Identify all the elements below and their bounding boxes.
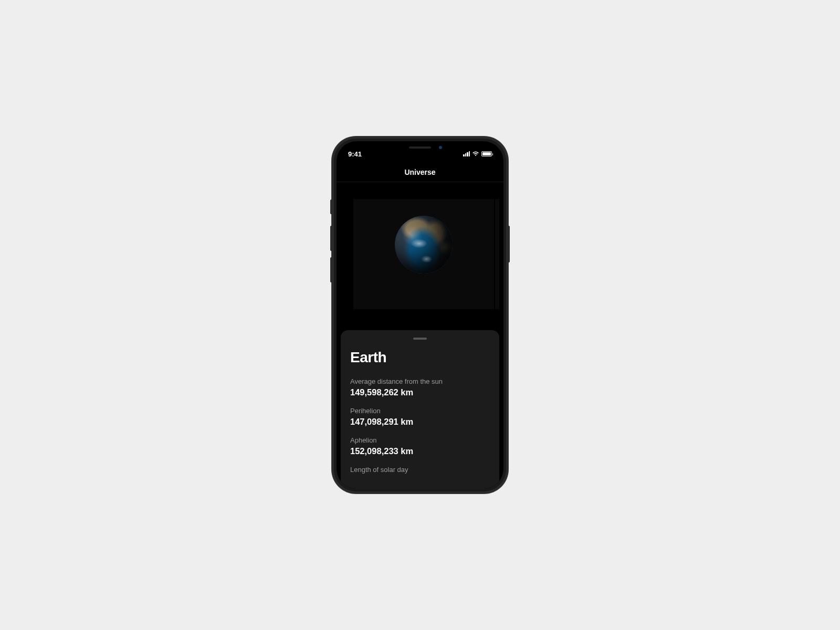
screen: 9:41 Universe E [337,141,503,489]
wifi-icon [472,151,479,156]
stat-row: Average distance from the sun 149,598,26… [350,377,490,397]
planet-name: Earth [350,349,490,366]
volume-up-button [330,226,332,251]
phone-inner-frame: 9:41 Universe E [334,139,506,491]
app-header: Universe [337,162,503,182]
stat-row: Perihelion 147,098,291 km [350,407,490,427]
front-camera [439,146,442,149]
cellular-signal-icon [463,151,470,156]
stat-label: Aphelion [350,436,490,444]
volume-down-button [330,257,332,282]
phone-frame: 9:41 Universe E [332,136,508,494]
stat-label: Length of solar day [350,466,490,474]
notch [378,141,462,154]
power-button [508,226,510,262]
stat-row: Aphelion 152,098,233 km [350,436,490,456]
earth-planet-icon [395,216,453,274]
status-time: 9:41 [348,150,362,158]
mute-switch [330,200,332,214]
stat-value: 152,098,233 km [350,446,490,456]
page-title: Universe [404,168,435,176]
stat-value: 147,098,291 km [350,417,490,427]
stat-value: 149,598,262 km [350,387,490,397]
drag-handle-icon[interactable] [413,338,427,340]
status-icons [463,151,492,156]
speaker-grill [409,146,431,149]
battery-icon [481,151,492,156]
info-sheet[interactable]: Earth Average distance from the sun 149,… [341,330,499,489]
stat-label: Perihelion [350,407,490,415]
stat-label: Average distance from the sun [350,377,490,385]
next-planet-peek[interactable] [495,199,499,309]
planet-image-area[interactable] [353,199,494,309]
stat-row: Length of solar day [350,466,490,474]
